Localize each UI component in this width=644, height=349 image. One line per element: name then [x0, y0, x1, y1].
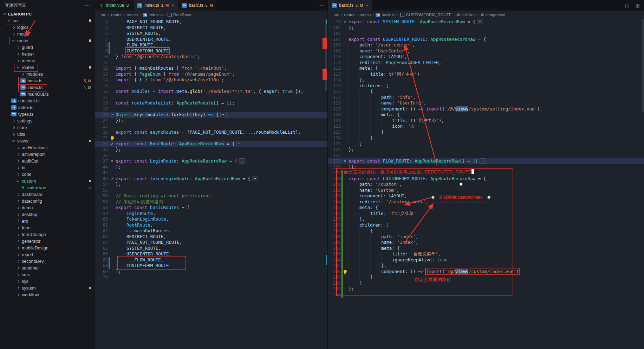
chevron-right-icon[interactable]	[17, 286, 19, 289]
line-number[interactable]: 36	[95, 153, 108, 159]
line-number[interactable]: 57	[95, 199, 108, 205]
code-line-6[interactable]: 6SYSTEM_ROUTE,	[95, 31, 327, 37]
tree-item-report[interactable]: report	[0, 251, 95, 258]
tree-item-constant.ts[interactable]: TSconstant.ts	[0, 97, 95, 104]
tree-item-generator[interactable]: generator	[0, 238, 95, 245]
line-number[interactable]: 118	[328, 100, 341, 106]
folded-code-icon[interactable]: ⋯	[236, 141, 242, 146]
code-line-111[interactable]: 111redirect: PageEnum.USER_CENTER,	[328, 60, 644, 66]
tree-item-system[interactable]: system	[0, 285, 95, 291]
line-number[interactable]: 56	[95, 193, 108, 199]
line-number[interactable]: 69	[95, 269, 108, 275]
code-line-67[interactable]: 67...FLOW_ROUTE,	[95, 257, 327, 263]
line-number[interactable]: 28	[95, 141, 108, 147]
line-number[interactable]: 58	[95, 205, 108, 211]
tree-item-logics[interactable]: logics	[0, 24, 95, 31]
tree-item-modules[interactable]: modules	[0, 71, 95, 77]
line-number[interactable]: 16	[95, 89, 108, 95]
code-line-26[interactable]: 26export const asyncRoutes = [PAGE_NOT_F…	[95, 129, 327, 135]
line-number[interactable]: 248	[328, 280, 341, 286]
breadcrumb-item-routes[interactable]: routes	[359, 13, 371, 17]
code-line-113[interactable]: 113title: t('用户中心')	[328, 71, 644, 77]
line-number[interactable]: 13	[95, 71, 108, 77]
breadcrumb-item-src[interactable]: src	[334, 13, 339, 17]
tree-item-workflow[interactable]: workflow	[0, 291, 95, 298]
tree-item-index.ts[interactable]: TSindex.ts1, M	[0, 84, 95, 91]
chevron-down-icon[interactable]	[17, 65, 19, 68]
tree-item-erp[interactable]: erp	[0, 218, 95, 224]
line-number[interactable]: 233	[328, 193, 341, 199]
tree-item-index.vue[interactable]: Vindex.vueU	[0, 184, 95, 191]
tab-index.vue[interactable]: Vindex.vueU	[95, 0, 134, 11]
code-line-244[interactable]: 244ignoreKeepAlive: true	[328, 257, 644, 263]
code-line-127[interactable]: 127	[328, 153, 644, 159]
line-number[interactable]: 235	[328, 205, 341, 211]
tree-item-src[interactable]: src	[0, 17, 95, 24]
line-number[interactable]: 14	[95, 77, 108, 83]
tab-basic.ts[interactable]: TSbasic.ts5, M	[178, 0, 217, 11]
code-line-60[interactable]: 60TokenLoginRoute,	[95, 216, 327, 222]
code-line-114[interactable]: 114},	[328, 77, 644, 83]
line-number[interactable]: 123	[328, 129, 341, 135]
chevron-right-icon[interactable]	[17, 199, 19, 202]
chevron-right-icon[interactable]	[17, 293, 19, 296]
code-line-56[interactable]: 56// Basic routing without permissions	[95, 193, 327, 199]
line-number[interactable]: 109	[328, 48, 341, 54]
chevron-right-icon[interactable]	[17, 46, 19, 49]
chevron-right-icon[interactable]	[17, 280, 19, 283]
line-number[interactable]: 107	[328, 37, 341, 43]
chevron-right-icon[interactable]	[17, 206, 19, 209]
code-line-19[interactable]: 19	[95, 106, 327, 112]
line-number[interactable]: 26	[95, 129, 108, 135]
line-number[interactable]: 59	[95, 211, 108, 217]
code-editor-index-ts[interactable]: 4PAGE_NOT_FOUND_ROUTE,5REDIRECT_ROUTE,6S…	[95, 19, 327, 349]
code-line-55[interactable]: 55	[95, 188, 327, 193]
line-number[interactable]: 19	[95, 106, 108, 112]
tree-item-bi[interactable]: bi	[0, 164, 95, 171]
line-number[interactable]: 112	[328, 65, 341, 71]
code-line-117[interactable]: 117path: 'info',	[328, 95, 644, 101]
line-number[interactable]: 241	[328, 240, 341, 246]
lightbulb-icon[interactable]	[111, 136, 114, 139]
line-number[interactable]: 25	[95, 123, 108, 129]
code-line-231[interactable]: 231path: '/custom',	[328, 182, 644, 188]
code-line-106[interactable]: 106	[328, 31, 644, 37]
code-line-54[interactable]: 54};	[95, 182, 327, 188]
chevron-down-icon[interactable]	[12, 39, 15, 42]
tree-item-store[interactable]: store	[0, 124, 95, 131]
tree-item-sendmail[interactable]: sendmail	[0, 265, 95, 271]
chevron-right-icon[interactable]	[17, 52, 19, 55]
line-number[interactable]: 9	[95, 48, 108, 54]
line-number[interactable]: 18	[95, 100, 108, 106]
line-number[interactable]: 15	[95, 83, 108, 89]
code-line-12[interactable]: 12import { mainOutRoutes } from './mainO…	[95, 65, 327, 71]
code-line-28[interactable]: 28>export const RootRoute: AppRouteRecor…	[95, 141, 327, 147]
line-number[interactable]: 230	[328, 176, 341, 182]
code-line-59[interactable]: 59LoginRoute,	[95, 211, 327, 217]
line-number[interactable]: 65	[95, 246, 108, 252]
code-line-5[interactable]: 5REDIRECT_ROUTE,	[95, 25, 327, 31]
fold-chevron-icon[interactable]: >	[111, 177, 113, 180]
tree-item-secondDev[interactable]: secondDev	[0, 258, 95, 265]
breadcrumb-item-index.ts[interactable]: TSindex.ts	[143, 13, 163, 17]
tree-item-model[interactable]: model	[0, 31, 95, 37]
code-line-249[interactable]: 249};	[328, 286, 644, 292]
code-line-121[interactable]: 121title: t('用户中心'),	[328, 118, 644, 124]
chevron-right-icon[interactable]	[17, 266, 19, 269]
line-number[interactable]: 12	[95, 65, 108, 71]
line-number[interactable]: 111	[328, 60, 341, 66]
line-number[interactable]: 234	[328, 199, 341, 205]
line-number[interactable]: 60	[95, 216, 108, 222]
code-line-115[interactable]: 115children: [	[328, 83, 644, 89]
code-line-247[interactable]: 247}	[328, 274, 644, 280]
line-number[interactable]: 115	[328, 83, 341, 89]
code-editor-basic-ts[interactable]: 76>export const SYSTEM_ROUTE: AppRouteRe…	[328, 19, 644, 349]
tree-item-settings[interactable]: settings	[0, 118, 95, 124]
code-line-76[interactable]: 76>export const SYSTEM_ROUTE: AppRouteRe…	[328, 19, 644, 25]
chevron-right-icon[interactable]	[17, 159, 19, 162]
line-number[interactable]: 229	[328, 170, 341, 176]
line-number[interactable]: 244	[328, 257, 341, 263]
line-number[interactable]: 125	[328, 141, 341, 147]
code-line-119[interactable]: 119component: () => import('/@/views/sys…	[328, 106, 644, 112]
code-line-116[interactable]: 116{	[328, 89, 644, 95]
